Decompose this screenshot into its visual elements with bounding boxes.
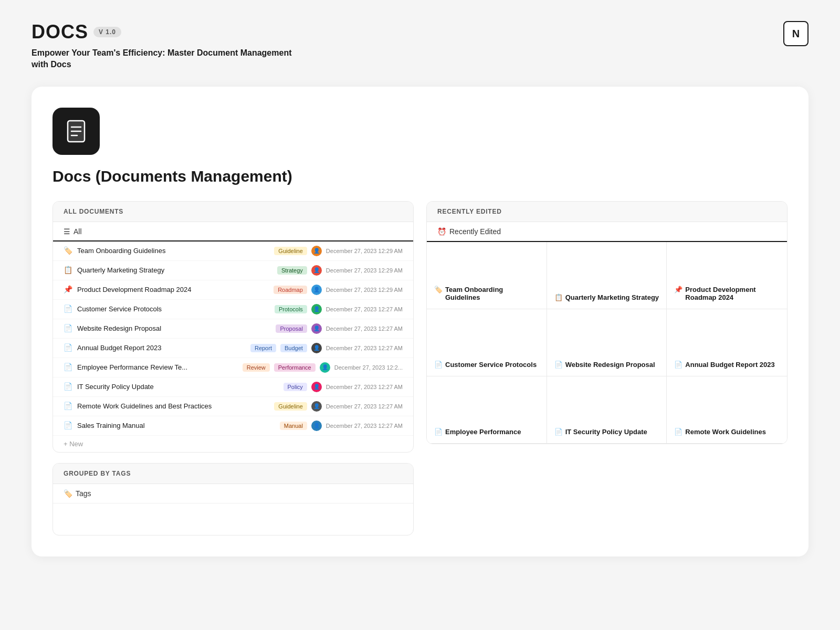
doc-date: December 27, 2023 12:27 AM xyxy=(326,423,403,429)
list-item[interactable]: 📄IT Security Policy Update xyxy=(547,376,667,444)
table-row[interactable]: 🏷️Team Onboarding GuidelinesGuideline👤De… xyxy=(53,242,413,261)
recently-edited-filter-label[interactable]: Recently Edited xyxy=(449,227,501,236)
table-row[interactable]: 📄Remote Work Guidelines and Best Practic… xyxy=(53,397,413,416)
re-card-name: 📄Remote Work Guidelines xyxy=(674,428,780,436)
tag-icon: 🏷️ xyxy=(64,489,72,498)
list-item[interactable]: 📄Customer Service Protocols xyxy=(427,309,547,376)
doc-tag2[interactable]: Budget xyxy=(280,344,307,352)
avatar: 👤 xyxy=(311,401,322,412)
doc-tag[interactable]: Protocols xyxy=(275,305,307,313)
top-header: DOCS V 1.0 Empower Your Team's Efficienc… xyxy=(32,21,808,71)
doc-name: Employee Performance Review Te... xyxy=(77,363,238,371)
doc-tag[interactable]: Manual xyxy=(280,422,307,430)
doc-date: December 27, 2023 12:27 AM xyxy=(326,306,403,312)
doc-name: Quarterly Marketing Strategy xyxy=(77,266,273,274)
list-item[interactable]: 📄Annual Budget Report 2023 xyxy=(667,309,787,376)
right-column: RECENTLY EDITED ⏰ Recently Edited 🏷️Team… xyxy=(426,201,788,536)
list-item[interactable]: 🏷️Team Onboarding Guidelines xyxy=(427,242,547,309)
doc-tag2[interactable]: Performance xyxy=(274,363,316,372)
version-badge: V 1.0 xyxy=(93,27,121,37)
notion-icon[interactable]: N xyxy=(783,21,808,46)
doc-tag[interactable]: Policy xyxy=(284,383,307,391)
doc-tag[interactable]: Roadmap xyxy=(274,286,307,294)
doc-name: Customer Service Protocols xyxy=(77,305,270,313)
avatar: 👤 xyxy=(311,323,322,334)
re-card-name: 📄Website Redesign Proposal xyxy=(554,361,659,369)
page-title: Docs (Documents Management) xyxy=(52,167,788,185)
list-item[interactable]: 📄Website Redesign Proposal xyxy=(547,309,667,376)
clock-icon: ⏰ xyxy=(437,227,446,236)
table-row[interactable]: 📌Product Development Roadmap 2024Roadmap… xyxy=(53,280,413,300)
avatar: 👤 xyxy=(311,304,322,314)
docs-icon xyxy=(62,118,90,145)
main-card: Docs (Documents Management) ALL DOCUMENT… xyxy=(32,87,808,556)
recently-edited-filter-bar[interactable]: ⏰ Recently Edited xyxy=(427,222,787,242)
doc-date: December 27, 2023 12:2... xyxy=(334,364,403,371)
doc-name: Sales Training Manual xyxy=(77,422,276,429)
avatar: 👤 xyxy=(311,343,322,353)
doc-name: Website Redesign Proposal xyxy=(77,324,271,332)
table-row[interactable]: 📄Sales Training ManualManual👤December 27… xyxy=(53,416,413,436)
list-item[interactable]: 📄Employee Performance xyxy=(427,376,547,444)
table-row[interactable]: 📄Employee Performance Review Te...Review… xyxy=(53,358,413,377)
logo-area: DOCS V 1.0 Empower Your Team's Efficienc… xyxy=(32,21,294,71)
all-documents-panel: ALL DOCUMENTS ☰ All 🏷️Team Onboarding Gu… xyxy=(52,201,414,453)
grouped-tags-header: GROUPED BY TAGS xyxy=(53,464,413,484)
table-row[interactable]: 📋Quarterly Marketing StrategyStrategy👤De… xyxy=(53,261,413,280)
doc-date: December 27, 2023 12:27 AM xyxy=(326,403,403,410)
doc-date: December 27, 2023 12:29 AM xyxy=(326,248,403,254)
tagline: Empower Your Team's Efficiency: Master D… xyxy=(32,47,294,71)
list-item[interactable]: 📋Quarterly Marketing Strategy xyxy=(547,242,667,309)
doc-name: Product Development Roadmap 2024 xyxy=(77,286,269,293)
re-card-label: Website Redesign Proposal xyxy=(565,361,655,369)
tags-filter-bar[interactable]: 🏷️ Tags xyxy=(53,484,413,503)
tags-filter-label[interactable]: Tags xyxy=(76,489,91,498)
doc-type-icon: 📋 xyxy=(64,266,73,275)
table-row[interactable]: 📄Annual Budget Report 2023ReportBudget👤D… xyxy=(53,339,413,358)
re-card-name: 🏷️Team Onboarding Guidelines xyxy=(434,286,539,301)
doc-tag[interactable]: Strategy xyxy=(277,266,307,275)
avatar: 👤 xyxy=(311,382,322,392)
re-card-icon: 📋 xyxy=(554,293,563,301)
re-card-name: 📄Annual Budget Report 2023 xyxy=(674,361,780,369)
doc-tag[interactable]: Proposal xyxy=(276,324,307,333)
table-row[interactable]: 📄Customer Service ProtocolsProtocols👤Dec… xyxy=(53,300,413,319)
re-card-icon: 📄 xyxy=(674,361,682,369)
avatar: 👤 xyxy=(311,265,322,276)
doc-name: Annual Budget Report 2023 xyxy=(77,344,246,352)
list-item[interactable]: 📄Remote Work Guidelines xyxy=(667,376,787,444)
doc-tag[interactable]: Guideline xyxy=(274,402,307,411)
re-card-icon: 📄 xyxy=(554,428,563,436)
doc-type-icon: 📄 xyxy=(64,324,73,333)
doc-date: December 27, 2023 12:27 AM xyxy=(326,384,403,390)
doc-tag[interactable]: Review xyxy=(243,363,270,372)
notion-n-label: N xyxy=(792,28,800,40)
all-filter-label[interactable]: All xyxy=(74,227,82,236)
table-row[interactable]: 📄IT Security Policy UpdatePolicy👤Decembe… xyxy=(53,377,413,397)
recently-edited-header: RECENTLY EDITED xyxy=(427,202,787,222)
doc-date: December 27, 2023 12:27 AM xyxy=(326,345,403,351)
re-card-icon: 📄 xyxy=(434,361,443,369)
all-filter-bar[interactable]: ☰ All xyxy=(53,222,413,242)
new-doc-button[interactable]: + New xyxy=(53,436,413,452)
re-card-label: Product Development Roadmap 2024 xyxy=(685,286,780,301)
tags-content-placeholder xyxy=(53,503,413,535)
doc-type-icon: 📄 xyxy=(64,343,73,353)
doc-name: Remote Work Guidelines and Best Practice… xyxy=(77,402,270,410)
re-card-label: Remote Work Guidelines xyxy=(685,428,766,436)
re-card-name: 📄Customer Service Protocols xyxy=(434,361,539,369)
re-card-name: 📄Employee Performance xyxy=(434,428,539,436)
doc-date: December 27, 2023 12:29 AM xyxy=(326,287,403,293)
re-card-icon: 📄 xyxy=(674,428,682,436)
avatar: 👤 xyxy=(320,362,330,373)
doc-tag[interactable]: Guideline xyxy=(274,247,307,255)
doc-type-icon: 📄 xyxy=(64,402,73,411)
doc-tag[interactable]: Report xyxy=(250,344,276,352)
table-row[interactable]: 📄Website Redesign ProposalProposal👤Decem… xyxy=(53,319,413,339)
app-logo: DOCS xyxy=(32,21,88,43)
app-icon xyxy=(52,108,100,155)
doc-name: IT Security Policy Update xyxy=(77,383,279,391)
left-column: ALL DOCUMENTS ☰ All 🏷️Team Onboarding Gu… xyxy=(52,201,414,536)
avatar: 👤 xyxy=(311,421,322,431)
list-item[interactable]: 📌Product Development Roadmap 2024 xyxy=(667,242,787,309)
